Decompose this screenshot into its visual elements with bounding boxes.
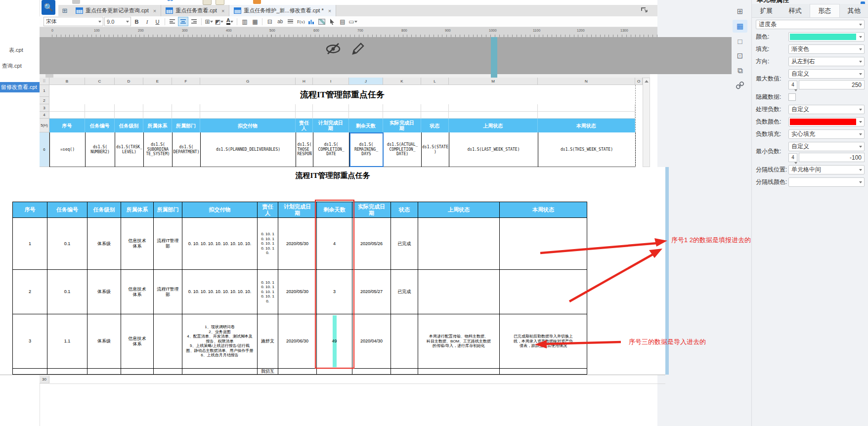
redo-icon[interactable]: ↷ (110, 0, 118, 4)
cell[interactable] (115, 112, 143, 119)
bold-button[interactable]: B (132, 17, 141, 26)
formula-cell[interactable]: ds1.S(TASK_ LEVEL) (115, 132, 144, 167)
cell[interactable] (115, 104, 143, 112)
pointer-icon[interactable] (327, 17, 337, 26)
format-painter-icon[interactable]: 66 (166, 0, 174, 4)
tree-item-cpt[interactable]: 表.cpt (9, 46, 23, 54)
cell[interactable] (143, 112, 172, 119)
edit-pencil-icon[interactable] (350, 41, 366, 59)
save-icon[interactable] (72, 0, 80, 4)
cell[interactable] (538, 112, 635, 119)
header-cell[interactable]: 任务级别 (115, 119, 143, 132)
formula-cell[interactable]: ds1.S( COMPLETION_ DATE (313, 132, 349, 167)
col-header[interactable]: C (85, 78, 115, 85)
cell[interactable] (143, 104, 172, 112)
formula-cell[interactable]: ds1.S(ACTUAL_ COMPLETION_ DATE) (384, 132, 422, 167)
formula-cell[interactable]: ds1.S(THIS_WEEK_STATE) (538, 132, 636, 167)
divider-color-select[interactable] (788, 177, 865, 187)
scroll-up-icon[interactable] (645, 80, 649, 83)
cell[interactable] (421, 112, 449, 119)
designer-report-title-cell[interactable]: 流程IT管理部重点任务 (49, 85, 635, 105)
negative-fill-select[interactable]: 实心填充 (788, 129, 865, 139)
col-header[interactable]: L (421, 78, 449, 85)
font-size-select[interactable]: 9.0 (104, 17, 131, 26)
header-cell[interactable]: 本周状态 (538, 119, 635, 132)
float-window-icon[interactable] (641, 6, 650, 13)
cell[interactable] (49, 112, 85, 119)
cell[interactable] (383, 104, 421, 112)
font-family-select[interactable]: 宋体 (43, 17, 103, 26)
underline-button[interactable]: U (153, 17, 162, 26)
formula-cell-selected[interactable]: ds1.S( REMAINING_ DAYS (349, 132, 384, 167)
formula-cell[interactable]: ds1.S( SUBORDINA TE_SYSTEM) (144, 132, 173, 167)
tab-shape[interactable]: 形态 (810, 4, 840, 17)
template-parameter-icon[interactable]: ⊞ (733, 5, 747, 18)
divider-pos-select[interactable]: 单元格中间 (788, 165, 865, 174)
layers-icon[interactable]: ⧉ (733, 64, 747, 77)
italic-button[interactable]: I (142, 17, 152, 26)
formula-cell[interactable]: ds1.S(PLANNED_DELIVERABLES) (201, 132, 296, 167)
row-header[interactable]: 4 (40, 112, 49, 119)
header-cell[interactable]: 实际完成日 期 (383, 119, 421, 132)
frame-icon[interactable]: □ (733, 35, 747, 47)
col-header[interactable]: E (143, 78, 172, 85)
header-cell[interactable]: 序号 (49, 119, 85, 132)
tab-expand[interactable]: 扩展 (752, 4, 781, 17)
cell[interactable] (200, 112, 296, 119)
widget-dropdown-icon[interactable]: ⊡ (733, 49, 747, 62)
color-select[interactable] (788, 32, 865, 42)
tab-report-3-active[interactable]: 重点任务维护_新...修改查看.cpt * × (229, 5, 336, 16)
cell[interactable] (172, 112, 200, 119)
chart-insert-icon[interactable] (306, 17, 316, 26)
bias-cell-icon[interactable]: ▤ (338, 17, 347, 26)
undo-icon[interactable]: ↶ (97, 0, 105, 4)
col-header[interactable]: I (313, 78, 349, 85)
col-header[interactable]: F (172, 78, 200, 85)
header-cell[interactable]: 任务编号 (85, 119, 115, 132)
align-right-button[interactable] (189, 17, 199, 26)
col-header[interactable]: D (115, 78, 143, 85)
close-icon[interactable]: × (328, 8, 331, 14)
cell[interactable] (296, 112, 313, 119)
row-header[interactable]: 3 (40, 104, 49, 112)
hyperlink-icon[interactable] (733, 79, 747, 92)
tab-report-1[interactable]: 重点任务更新记录查询.cpt × (71, 5, 161, 16)
present-type-select[interactable]: 进度条 (756, 20, 865, 29)
cell[interactable] (538, 104, 635, 112)
close-icon[interactable]: × (221, 8, 224, 14)
fill-color-button[interactable]: ◩ (215, 17, 224, 26)
min-mode-select[interactable]: 自定义 (788, 142, 865, 151)
direction-select[interactable]: 从左到右 (788, 57, 865, 66)
cell[interactable] (296, 104, 313, 112)
search-template-button[interactable]: 🔍 (42, 0, 55, 15)
header-cell[interactable]: 上周状态 (449, 119, 538, 132)
image-insert-icon[interactable] (317, 17, 326, 26)
formula-cell[interactable]: ds1.S(STATE ) (422, 132, 449, 167)
align-center-button[interactable] (178, 17, 188, 26)
cell[interactable] (449, 112, 538, 119)
header-cell[interactable]: 所属部门 (172, 119, 200, 132)
new-report-tab-icon[interactable]: ⊞ (58, 5, 71, 16)
col-header-selected[interactable]: J (349, 78, 383, 85)
row-header-selected[interactable]: 6 (40, 132, 49, 167)
header-cell[interactable]: 剩余天数 (349, 119, 383, 132)
min-value-input[interactable]: -100 (799, 153, 865, 162)
copy-icon[interactable] (216, 0, 224, 5)
header-cell[interactable]: 状态 (421, 119, 449, 132)
col-header[interactable]: N (538, 78, 635, 85)
max-spinner[interactable]: 4 (788, 81, 797, 89)
col-header[interactable]: B (49, 78, 85, 85)
brush-icon[interactable] (253, 0, 261, 4)
negative-color-select[interactable] (788, 117, 865, 127)
vertical-scrollbar[interactable] (643, 78, 650, 167)
font-color-button[interactable]: A (225, 17, 234, 26)
cell[interactable] (172, 104, 200, 112)
cell[interactable] (85, 112, 115, 119)
cell[interactable] (200, 104, 296, 112)
formula-cell[interactable]: ds1.S( DEPARTMENT) (173, 132, 201, 167)
cell[interactable] (349, 104, 383, 112)
unmerge-cells-icon[interactable]: ▦ (250, 17, 260, 26)
cell[interactable] (449, 104, 538, 112)
col-header[interactable]: M (449, 78, 538, 85)
row-header[interactable]: 1 (40, 85, 49, 97)
